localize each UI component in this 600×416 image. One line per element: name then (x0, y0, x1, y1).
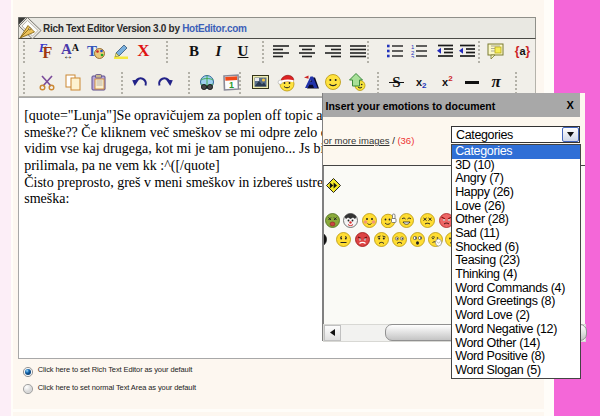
svg-text:3: 3 (411, 55, 415, 59)
svg-text:1: 1 (229, 79, 234, 89)
